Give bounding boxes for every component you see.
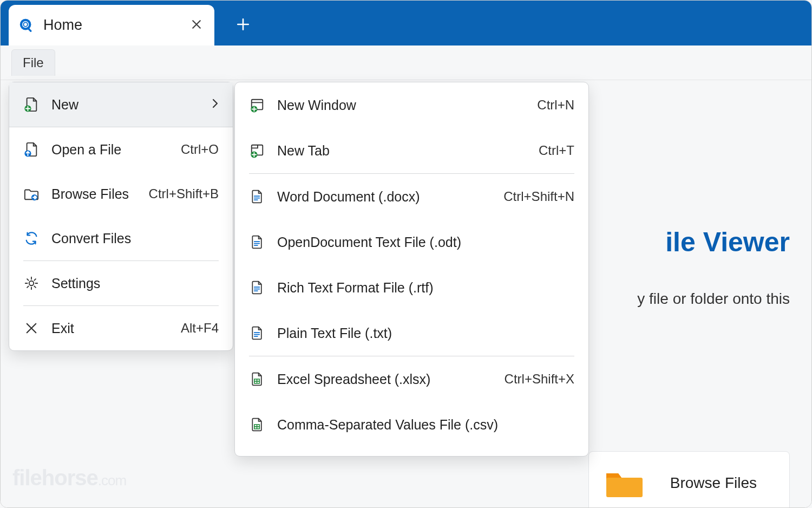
submenu-item-csv[interactable]: Comma-Separated Values File (.csv) <box>235 402 588 447</box>
menu-item-convert-files[interactable]: Convert Files <box>9 216 233 260</box>
browse-files-card[interactable]: Browse Files <box>588 451 790 508</box>
document-icon <box>249 188 265 205</box>
document-icon <box>249 234 265 250</box>
menu-item-label: Comma-Separated Values File (.csv) <box>277 417 574 433</box>
browse-files-label: Browse Files <box>670 474 757 492</box>
menu-item-shortcut: Ctrl+N <box>537 97 574 113</box>
submenu-item-new-window[interactable]: New Window Ctrl+N <box>235 82 588 128</box>
chevron-right-icon <box>212 97 219 112</box>
document-icon <box>249 325 265 341</box>
menu-item-label: New Tab <box>277 143 527 159</box>
watermark-name: filehorse <box>12 466 98 490</box>
spreadsheet-icon <box>249 416 265 433</box>
tab-title: Home <box>43 17 180 34</box>
menu-item-label: OpenDocument Text File (.odt) <box>277 235 574 250</box>
menu-item-shortcut: Ctrl+Shift+X <box>505 372 574 387</box>
menu-item-shortcut: Ctrl+Shift+B <box>149 186 219 201</box>
svg-rect-3 <box>28 28 32 32</box>
menu-item-label: Browse Files <box>51 186 137 202</box>
submenu-item-txt[interactable]: Plain Text File (.txt) <box>235 310 588 356</box>
watermark-suffix: .com <box>98 472 126 489</box>
menu-bar: File <box>1 45 811 80</box>
menu-item-new[interactable]: New <box>9 82 233 127</box>
menu-item-shortcut: Alt+F4 <box>181 321 219 336</box>
browse-folder-icon <box>23 186 40 202</box>
new-window-icon <box>249 97 265 113</box>
menu-item-shortcut: Ctrl+O <box>181 142 219 157</box>
folder-icon <box>605 468 643 498</box>
menu-item-shortcut: Ctrl+T <box>539 143 574 158</box>
new-tab-button[interactable] <box>230 11 257 38</box>
menu-item-browse-files[interactable]: Browse Files Ctrl+Shift+B <box>9 172 233 216</box>
menu-item-label: Rich Text Format File (.rtf) <box>277 280 574 296</box>
submenu-item-word-doc[interactable]: Word Document (.docx) Ctrl+Shift+N <box>235 174 588 219</box>
menu-item-label: Convert Files <box>51 231 219 246</box>
file-menu: New Open a File Ctrl+O <box>9 82 233 351</box>
tab-bar: Home <box>1 1 811 45</box>
watermark: filehorse.com <box>12 466 126 490</box>
menu-item-label: Word Document (.docx) <box>277 189 492 205</box>
magnifier-icon <box>18 17 35 34</box>
submenu-item-odt[interactable]: OpenDocument Text File (.odt) <box>235 219 588 265</box>
menu-item-label: Settings <box>51 276 219 291</box>
menu-item-label: New Window <box>277 97 525 113</box>
menu-item-label: Exit <box>51 321 169 336</box>
menu-item-label: Open a File <box>51 142 169 158</box>
close-icon <box>23 320 40 336</box>
open-file-icon <box>23 141 40 158</box>
menu-item-label: Plain Text File (.txt) <box>277 325 574 341</box>
file-menu-button[interactable]: File <box>11 49 55 76</box>
gear-icon <box>23 275 40 291</box>
menu-item-settings[interactable]: Settings <box>9 261 233 305</box>
new-file-plus-icon <box>23 96 40 113</box>
menu-item-exit[interactable]: Exit Alt+F4 <box>9 306 233 350</box>
submenu-item-rtf[interactable]: Rich Text Format File (.rtf) <box>235 265 588 310</box>
document-icon <box>249 279 265 296</box>
page-title-partial: ile Viewer <box>665 226 790 258</box>
close-tab-button[interactable] <box>188 18 205 32</box>
submenu-item-new-tab[interactable]: New Tab Ctrl+T <box>235 128 588 173</box>
menu-item-label: New <box>51 97 200 113</box>
convert-icon <box>23 230 40 246</box>
new-submenu: New Window Ctrl+N New Tab Ctrl+T <box>234 82 589 457</box>
spreadsheet-icon <box>249 371 265 387</box>
tab-home[interactable]: Home <box>9 5 214 45</box>
menu-item-label: Excel Spreadsheet (.xlsx) <box>277 372 493 387</box>
submenu-item-xlsx[interactable]: Excel Spreadsheet (.xlsx) Ctrl+Shift+X <box>235 356 588 402</box>
menu-item-open-file[interactable]: Open a File Ctrl+O <box>9 127 233 172</box>
menu-item-shortcut: Ctrl+Shift+N <box>503 189 574 204</box>
svg-point-7 <box>29 281 34 285</box>
new-tab-icon <box>249 142 265 159</box>
page-subheading-partial: y file or folder onto this <box>637 290 790 308</box>
